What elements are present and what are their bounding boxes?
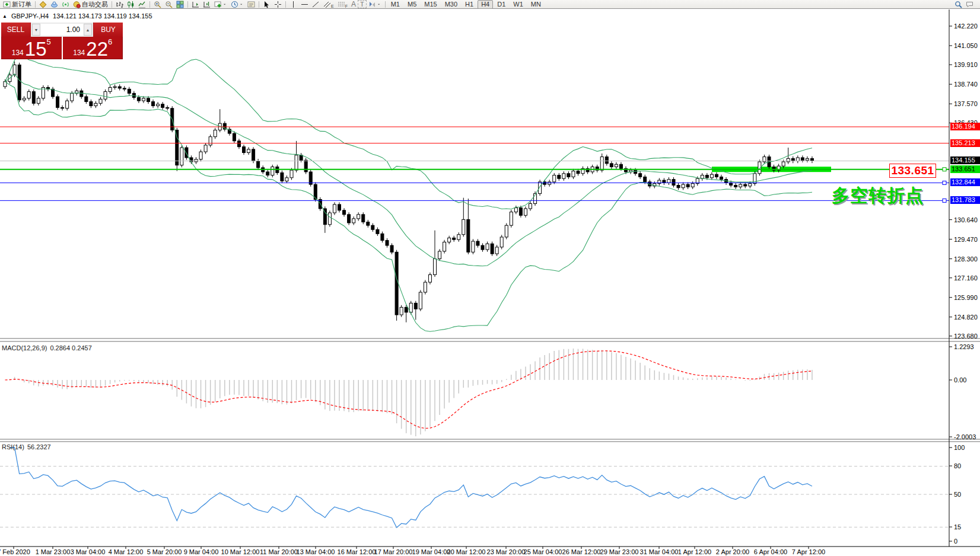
rsi-name: RSI(14) <box>2 443 24 450</box>
price-tag-135.213: 135.213 <box>950 139 980 147</box>
svg-text:17 Mar 20:00: 17 Mar 20:00 <box>374 548 413 555</box>
line-anchor-handle[interactable] <box>943 199 946 202</box>
rsi-value: 56.2327 <box>27 443 51 450</box>
svg-text:9 Mar 04:00: 9 Mar 04:00 <box>184 548 219 555</box>
macd-indicator-label: MACD(12,26,9) 0.2864 0.2457 <box>2 344 92 352</box>
svg-text:138.740: 138.740 <box>954 81 978 88</box>
svg-text:20 Mar 12:00: 20 Mar 12:00 <box>447 548 486 555</box>
line-anchor-handle[interactable] <box>943 181 946 184</box>
buy-price[interactable]: 134 22 6 <box>63 37 123 59</box>
price-tag-131.783: 131.783 <box>950 196 980 204</box>
symbol-name: GBPJPY-,H4 <box>11 12 49 20</box>
svg-text:16 Mar 12:00: 16 Mar 12:00 <box>338 548 376 555</box>
svg-text:-2.0003: -2.0003 <box>954 433 976 440</box>
buy-price-big: 22 <box>86 41 108 57</box>
turning-point-annotation[interactable]: 多空转折点 <box>832 184 924 208</box>
svg-text:7 Apr 12:00: 7 Apr 12:00 <box>792 548 825 555</box>
sell-price-small: 134 <box>12 49 24 56</box>
svg-text:50: 50 <box>954 491 961 498</box>
svg-text:2 Apr 20:00: 2 Apr 20:00 <box>716 548 749 555</box>
svg-text:0: 0 <box>954 538 957 545</box>
volume-decrease-button[interactable]: ▼ <box>32 24 40 36</box>
symbol-ohlc-values: 134.121 134.173 134.119 134.155 <box>53 12 152 20</box>
svg-text:29 Mar 23:00: 29 Mar 23:00 <box>600 548 639 555</box>
buy-price-sup: 6 <box>108 38 112 46</box>
svg-text:31 Mar 04:00: 31 Mar 04:00 <box>640 548 679 555</box>
svg-text:13 Mar 04:00: 13 Mar 04:00 <box>297 548 335 555</box>
svg-text:142.220: 142.220 <box>954 23 978 30</box>
line-anchor-handle[interactable] <box>943 168 946 171</box>
rsi-level-lines <box>0 466 949 528</box>
date-axis[interactable]: 7 Feb 20201 Mar 23:003 Mar 04:004 Mar 12… <box>0 547 825 555</box>
svg-text:25 Mar 04:00: 25 Mar 04:00 <box>524 548 562 555</box>
symbol-marker-icon: ▲ <box>2 14 7 19</box>
svg-text:7 Feb 2020: 7 Feb 2020 <box>0 548 30 555</box>
svg-text:1 Mar 23:00: 1 Mar 23:00 <box>36 548 71 555</box>
buy-button[interactable]: BUY <box>94 23 123 37</box>
svg-text:125.990: 125.990 <box>954 294 978 301</box>
svg-text:15: 15 <box>954 523 961 531</box>
sell-price-sup: 5 <box>47 38 51 46</box>
symbol-header: ▲ GBPJPY-,H4 134.121 134.173 134.119 134… <box>2 12 152 20</box>
macd-axis: 1.22930.00-2.0003 <box>949 343 976 440</box>
mt4-terminal-window: 新订单 自动交易 <box>0 0 980 556</box>
svg-text:0.00: 0.00 <box>954 376 966 384</box>
chart-canvas[interactable]: 142.220141.050139.910138.740137.570136.4… <box>0 0 980 556</box>
svg-text:4 Mar 12:00: 4 Mar 12:00 <box>109 548 144 555</box>
macd-values: 0.2864 0.2457 <box>50 344 91 352</box>
svg-text:100: 100 <box>954 444 965 451</box>
sell-price-big: 15 <box>25 41 47 57</box>
svg-text:80: 80 <box>954 462 961 469</box>
svg-text:141.050: 141.050 <box>954 42 978 49</box>
volume-increase-button[interactable]: ▲ <box>84 24 92 36</box>
volume-spinner: ▼ 1.00 ▲ <box>31 23 93 37</box>
price-level-box-label[interactable]: 133.651 <box>889 164 936 178</box>
svg-text:124.820: 124.820 <box>954 314 978 321</box>
sell-button[interactable]: SELL <box>1 23 30 37</box>
rsi-axis: 1008050150 <box>949 444 965 545</box>
svg-text:1 Apr 12:00: 1 Apr 12:00 <box>678 548 711 555</box>
svg-text:5 Mar 20:00: 5 Mar 20:00 <box>147 548 182 555</box>
price-tag-134.155: 134.155 <box>950 156 980 164</box>
buy-price-small: 134 <box>73 49 85 56</box>
rsi-line <box>10 448 812 528</box>
svg-text:19 Mar 04:00: 19 Mar 04:00 <box>412 548 451 555</box>
svg-text:3 Mar 04:00: 3 Mar 04:00 <box>71 548 106 555</box>
svg-text:129.470: 129.470 <box>954 236 978 243</box>
volume-input[interactable]: 1.00 <box>40 24 84 36</box>
macd-signal-line <box>5 351 812 429</box>
candlestick-series <box>4 62 813 322</box>
svg-text:23 Mar 20:00: 23 Mar 20:00 <box>487 548 526 555</box>
svg-text:1.2293: 1.2293 <box>954 343 974 350</box>
price-tag-132.844: 132.844 <box>950 178 980 186</box>
rsi-indicator-label: RSI(14) 56.2327 <box>2 443 51 450</box>
svg-text:128.300: 128.300 <box>954 255 978 263</box>
svg-text:11 Mar 20:00: 11 Mar 20:00 <box>260 548 298 555</box>
svg-text:137.570: 137.570 <box>954 100 978 107</box>
svg-text:26 Mar 12:00: 26 Mar 12:00 <box>562 548 601 555</box>
svg-text:6 Apr 04:00: 6 Apr 04:00 <box>754 548 787 555</box>
svg-text:10 Mar 12:00: 10 Mar 12:00 <box>221 548 260 555</box>
bollinger-bands <box>5 55 812 331</box>
svg-text:127.160: 127.160 <box>954 274 978 282</box>
sell-price[interactable]: 134 15 5 <box>1 37 62 59</box>
svg-text:130.640: 130.640 <box>954 216 978 223</box>
horizontal-level-lines <box>0 127 949 202</box>
price-tag-136.194: 136.194 <box>950 123 980 130</box>
macd-name: MACD(12,26,9) <box>2 344 47 352</box>
svg-text:139.910: 139.910 <box>954 61 978 68</box>
one-click-trading-panel: SELL ▼ 1.00 ▲ BUY 134 15 5 134 22 6 <box>1 23 123 59</box>
price-tag-133.651: 133.651 <box>950 165 980 173</box>
svg-text:123.680: 123.680 <box>954 333 978 340</box>
macd-histogram <box>5 349 812 436</box>
